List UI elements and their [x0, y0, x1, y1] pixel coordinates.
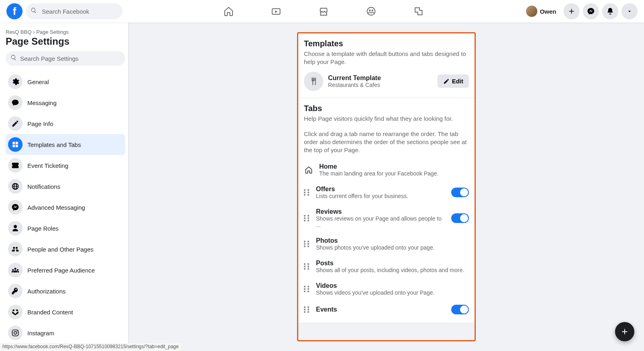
- tab-title: Photos: [316, 237, 469, 244]
- key-icon: [8, 284, 23, 298]
- svg-point-6: [17, 330, 18, 331]
- nav-home[interactable]: [206, 2, 251, 21]
- tab-row-events: Events: [304, 305, 469, 314]
- sidebar-item-branded-content[interactable]: Branded Content: [6, 301, 125, 322]
- drag-handle-icon[interactable]: [304, 286, 310, 292]
- audience-icon: [8, 263, 23, 277]
- messenger-icon: [587, 7, 595, 15]
- bell-icon: [606, 7, 614, 15]
- sidebar-list: GeneralMessagingPage InfoTemplates and T…: [6, 71, 125, 351]
- current-template-row: Current Template Restaurants & Cafes Edi…: [304, 72, 469, 91]
- sidebar-item-templates-and-tabs[interactable]: Templates and Tabs: [6, 134, 125, 155]
- tab-title: Offers: [316, 186, 446, 193]
- edit-label: Edit: [452, 78, 463, 85]
- sidebar-item-label: Messaging: [27, 99, 57, 106]
- plus-icon: [620, 327, 629, 336]
- grid-icon: [8, 137, 23, 152]
- account-menu-button[interactable]: [621, 3, 638, 19]
- chat-icon: [8, 95, 23, 110]
- restaurant-icon: [304, 72, 323, 91]
- page-title: Page Settings: [6, 36, 125, 51]
- nav-groups[interactable]: [349, 2, 393, 21]
- nav-watch[interactable]: [254, 2, 298, 21]
- home-icon: [223, 6, 234, 17]
- sidebar-item-page-info[interactable]: Page Info: [6, 113, 125, 134]
- sidebar-item-messaging[interactable]: Messaging: [6, 92, 125, 113]
- profile-chip[interactable]: Owen: [524, 4, 560, 19]
- global-search-input[interactable]: [26, 3, 122, 19]
- new-message-fab[interactable]: [615, 322, 634, 341]
- create-button[interactable]: [564, 3, 580, 19]
- sidebar-item-label: Advanced Messaging: [27, 204, 85, 211]
- nav-marketplace[interactable]: [301, 2, 346, 21]
- tab-row-photos: PhotosShows photos you've uploaded onto …: [304, 237, 469, 251]
- people-icon: [8, 242, 23, 256]
- sidebar-item-label: Page Info: [27, 120, 53, 127]
- sidebar-item-page-roles[interactable]: Page Roles: [6, 218, 125, 239]
- sidebar-item-authorizations[interactable]: Authorizations: [6, 281, 125, 301]
- global-search-wrap: [26, 3, 122, 19]
- toggle-offers[interactable]: [451, 188, 469, 197]
- templates-heading: Templates: [304, 39, 469, 48]
- sidebar-item-label: Page Roles: [27, 225, 59, 232]
- messenger-icon: [8, 200, 23, 215]
- header-nav: [122, 2, 524, 21]
- sidebar-item-people-and-other-pages[interactable]: People and Other Pages: [6, 239, 125, 260]
- toggle-events[interactable]: [451, 305, 469, 314]
- sidebar-item-label: Event Ticketing: [27, 162, 68, 169]
- tab-title: Reviews: [316, 208, 446, 215]
- pencil-icon: [443, 78, 450, 85]
- nav-gaming[interactable]: [396, 2, 441, 21]
- svg-point-2: [369, 10, 370, 11]
- tabs-description-2: Click and drag a tab name to rearrange t…: [304, 130, 469, 154]
- sidebar-search-input[interactable]: [6, 51, 125, 66]
- drag-handle-icon[interactable]: [304, 189, 310, 196]
- search-icon: [31, 7, 37, 15]
- tab-row-videos: VideosShows videos you've uploaded onto …: [304, 282, 469, 296]
- toggle-reviews[interactable]: [451, 213, 469, 223]
- sidebar-item-notifications[interactable]: Notifications: [6, 176, 125, 197]
- drag-handle-icon[interactable]: [304, 263, 310, 270]
- ticket-icon: [8, 158, 23, 173]
- sidebar-item-event-ticketing[interactable]: Event Ticketing: [6, 155, 125, 176]
- sidebar-item-preferred-page-audience[interactable]: Preferred Page Audience: [6, 260, 125, 281]
- tabs-description: Help Page visitors quickly find what the…: [304, 115, 469, 123]
- templates-description: Choose a template with default buttons a…: [304, 50, 469, 66]
- caret-down-icon: [626, 8, 633, 14]
- breadcrumb: ResQ BBQ › Page Settings: [6, 29, 125, 36]
- tab-subtitle: The main landing area for your Facebook …: [319, 170, 469, 177]
- breadcrumb-page-link[interactable]: ResQ BBQ: [6, 29, 31, 35]
- sidebar-search-wrap: [6, 51, 125, 66]
- header-right: Owen: [524, 3, 638, 19]
- notifications-button[interactable]: [602, 3, 618, 19]
- sidebar-item-general[interactable]: General: [6, 71, 125, 92]
- drag-handle-icon[interactable]: [304, 241, 310, 247]
- globe-icon: [8, 179, 23, 194]
- person-icon: [8, 221, 23, 235]
- svg-point-5: [14, 332, 17, 334]
- tab-title: Videos: [316, 282, 469, 289]
- sidebar-item-label: General: [27, 78, 49, 85]
- avatar: [526, 6, 537, 17]
- messenger-button[interactable]: [583, 3, 599, 19]
- search-icon: [10, 54, 17, 62]
- sidebar-item-label: People and Other Pages: [27, 246, 93, 253]
- handshake-icon: [8, 305, 23, 319]
- facebook-logo[interactable]: f: [6, 3, 23, 19]
- breadcrumb-current: Page Settings: [36, 29, 69, 35]
- sidebar-item-label: Instagram: [27, 330, 54, 337]
- sidebar-item-label: Authorizations: [27, 288, 66, 295]
- user-name: Owen: [540, 8, 556, 15]
- tab-row-posts: PostsShows all of your posts, including …: [304, 260, 469, 273]
- drag-handle-icon[interactable]: [304, 306, 310, 313]
- tabs-list: HomeThe main landing area for your Faceb…: [304, 163, 469, 314]
- gear-icon: [8, 74, 23, 89]
- sidebar-item-advanced-messaging[interactable]: Advanced Messaging: [6, 197, 125, 218]
- sidebar: ResQ BBQ › Page Settings Page Settings G…: [0, 23, 129, 351]
- sidebar-item-instagram[interactable]: Instagram: [6, 322, 125, 343]
- edit-template-button[interactable]: Edit: [438, 74, 469, 88]
- tab-subtitle: Shows videos you've uploaded onto your P…: [316, 289, 469, 296]
- drag-handle-icon[interactable]: [304, 215, 310, 221]
- marketplace-icon: [318, 6, 329, 17]
- gaming-icon: [413, 6, 424, 17]
